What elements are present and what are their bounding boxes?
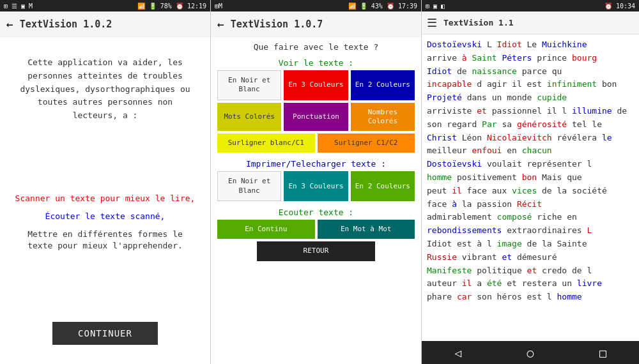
text-word: car xyxy=(457,292,472,301)
bottom-nav: ◁ ○ □ xyxy=(422,341,639,364)
retour-row: RETOUR xyxy=(217,241,415,261)
text-word: vibrant xyxy=(462,252,502,262)
status-right-1: 📶 🔋 78% ⏰ 12:19 xyxy=(137,3,206,10)
text-word: est à l xyxy=(457,239,497,248)
text-word: Mais que xyxy=(537,172,581,182)
text-word: été xyxy=(487,278,502,288)
see-text-buttons: En Noir et Blanc En 3 Couleurs En 2 Coul… xyxy=(217,70,415,100)
text-word: Le xyxy=(522,40,542,49)
text-word: peut xyxy=(427,186,452,195)
text-word: chacun xyxy=(522,146,552,155)
text-word: infiniment xyxy=(547,79,597,89)
surligner-blanc-btn[interactable]: Surligner blanc/C1 xyxy=(217,133,315,153)
text-word: il xyxy=(462,278,472,288)
text-word: face xyxy=(427,199,452,209)
nav-square-icon[interactable]: □ xyxy=(599,346,606,360)
text-word: et xyxy=(527,266,537,275)
en-mot-mot-btn[interactable]: En Mot à Mot xyxy=(318,220,415,239)
text-word: de la Sainte xyxy=(522,239,587,248)
nombres-colories-btn[interactable]: Nombres Colorés xyxy=(351,103,415,132)
text-word: Idiot xyxy=(427,239,457,248)
text-word: L xyxy=(587,225,592,235)
text-word: arrive xyxy=(427,53,462,63)
text-word: incapable xyxy=(427,79,477,89)
ponctuation-btn[interactable]: Ponctuation xyxy=(284,103,348,132)
text-word: en xyxy=(502,146,521,155)
app-title-1: TextVision 1.0.2 xyxy=(20,19,112,30)
panel-2-body: Que faire avec le texte ? Voir le texte … xyxy=(211,37,421,364)
text-word: et restera un xyxy=(502,278,576,288)
text-word: Projeté xyxy=(427,93,467,102)
text-word: bon xyxy=(522,172,537,182)
text-word: Dostoïevski xyxy=(427,159,487,169)
status-left-1: ⊞ ☰ ▣ M xyxy=(4,3,33,10)
text-word: positivement xyxy=(452,172,522,182)
surligner-buttons: Surligner blanc/C1 Surligner C1/C2 xyxy=(217,133,415,153)
panel-3-header: ☰ TextVision 1.1 xyxy=(422,11,639,34)
deux-couleurs-btn-1[interactable]: En 2 Couleurs xyxy=(351,70,415,100)
text-word: credo de l xyxy=(537,266,592,275)
trois-couleurs-btn-1[interactable]: En 3 Couleurs xyxy=(284,70,348,100)
text-word: prince xyxy=(532,53,572,63)
back-arrow-1[interactable]: ← xyxy=(6,17,13,31)
text-word: Par xyxy=(482,119,497,129)
listen-label: Ecouter texte : xyxy=(279,208,353,217)
text-word: et xyxy=(477,106,487,116)
nav-back-icon[interactable]: ◁ xyxy=(454,346,461,360)
text-word: naissance xyxy=(472,66,516,76)
text-word: Muichkine xyxy=(542,40,587,49)
listen-buttons: En Continu En Mot à Mot xyxy=(217,220,415,239)
text-word: voulait représenter l xyxy=(487,159,592,169)
text-word: rebondissements xyxy=(427,225,507,235)
noir-blanc-btn-2[interactable]: En Noir et Blanc xyxy=(217,171,281,201)
text-word: à xyxy=(462,53,467,63)
text-word: il xyxy=(452,186,462,195)
text-word: de xyxy=(457,66,472,76)
en-continu-btn[interactable]: En Continu xyxy=(217,220,315,239)
noir-blanc-btn-1[interactable]: En Noir et Blanc xyxy=(217,70,281,100)
feature-1: Scanner un texte pour mieux le lire, xyxy=(13,193,197,204)
text-word: de la société xyxy=(537,186,607,195)
retour-btn[interactable]: RETOUR xyxy=(257,241,375,261)
panel-3-text-body: Dostoïevski L Idiot Le Muichkinearrive à… xyxy=(422,34,639,341)
print-buttons: En Noir et Blanc En 3 Couleurs En 2 Coul… xyxy=(217,171,415,201)
color-buttons-row2: Mots Colorés Ponctuation Nombres Colorés xyxy=(217,103,415,132)
text-word: phare xyxy=(427,292,457,301)
see-text-label: Voir le texte : xyxy=(279,58,353,68)
text-word: Idiot xyxy=(497,40,522,49)
continue-button[interactable]: CONTINUER xyxy=(52,322,158,345)
top-bar-2: ← TextVision 1.0.7 xyxy=(211,11,421,37)
text-word: homme xyxy=(557,292,582,301)
text-word: Idiot xyxy=(427,66,457,76)
text-word: Léon xyxy=(462,133,487,142)
text-word: tel le xyxy=(567,119,602,129)
mots-colories-btn[interactable]: Mots Colorés xyxy=(217,103,281,132)
back-arrow-2[interactable]: ← xyxy=(217,17,224,31)
text-word: dans un monde xyxy=(467,93,537,102)
status-right-2: 📶 🔋 43% ⏰ 17:39 xyxy=(348,3,417,10)
text-word: face aux xyxy=(462,186,512,195)
text-word: démesuré xyxy=(512,252,557,262)
text-word: auteur xyxy=(427,278,462,288)
text-word: la passion xyxy=(457,199,517,209)
deux-couleurs-btn-2[interactable]: En 2 Couleurs xyxy=(351,171,415,201)
hamburger-icon[interactable]: ☰ xyxy=(427,16,437,29)
panel-2: ⊞M 📶 🔋 43% ⏰ 17:39 ← TextVision 1.0.7 Qu… xyxy=(211,0,422,364)
text-word: a xyxy=(472,278,486,288)
app-title-3: TextVision 1.1 xyxy=(443,18,514,27)
text-word: riche en xyxy=(532,212,576,222)
print-label: Imprimer/Telecharger texte : xyxy=(246,159,386,169)
top-bar-1: ← TextVision 1.0.2 xyxy=(0,11,210,37)
features-list: Scanner un texte pour mieux le lire, Éco… xyxy=(13,193,197,252)
text-word: illumine xyxy=(572,106,612,116)
text-word: Dostoïevski xyxy=(427,40,482,49)
status-left-2: ⊞M xyxy=(215,3,222,10)
text-word: révélera xyxy=(552,133,602,142)
text-word: image xyxy=(497,239,522,248)
text-word: à xyxy=(452,199,457,209)
nav-home-icon[interactable]: ○ xyxy=(527,346,534,360)
surligner-c1c2-btn[interactable]: Surligner C1/C2 xyxy=(318,133,415,153)
text-word: son regard xyxy=(427,119,482,129)
text-word: Péters xyxy=(502,53,532,63)
trois-couleurs-btn-2[interactable]: En 3 Couleurs xyxy=(284,171,348,201)
